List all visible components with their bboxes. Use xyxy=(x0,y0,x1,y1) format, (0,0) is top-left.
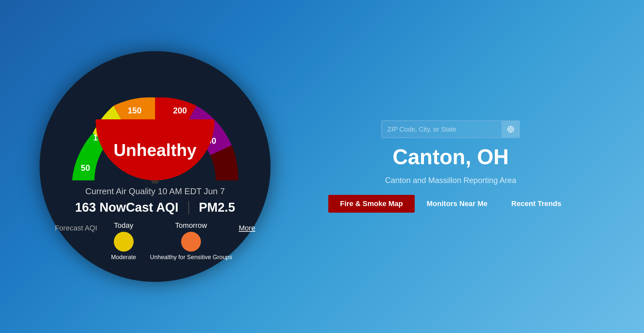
gauge-pollutant: PM2.5 xyxy=(199,200,235,215)
forecast-tomorrow-circle xyxy=(181,232,201,252)
gauge-section: 50 100 150 200 300 Unhealthy Current Air… xyxy=(26,51,284,282)
gauge-current-label: Current Air Quality 10 AM EDT Jun 7 xyxy=(55,186,255,197)
city-title: Canton, OH xyxy=(393,145,509,169)
gauge-aqi-value: 163 NowCast AQI xyxy=(75,200,178,215)
gauge-divider xyxy=(188,201,189,214)
location-button[interactable] xyxy=(501,120,519,138)
search-input[interactable] xyxy=(382,126,501,133)
info-section: Canton, OH Canton and Massillon Reportin… xyxy=(284,120,618,213)
forecast-today-circle xyxy=(114,232,134,252)
forecast-today: Today Moderate xyxy=(104,221,144,261)
location-icon xyxy=(507,125,515,133)
forecast-tomorrow-status: Unhealthy for Sensitive Groups xyxy=(150,254,232,261)
tab-recent-trends[interactable]: Recent Trends xyxy=(499,195,573,213)
gauge-svg-wrapper: 50 100 150 200 300 Unhealthy xyxy=(59,85,251,184)
city-subtitle: Canton and Massillon Reporting Area xyxy=(385,176,516,185)
gauge-circle: 50 100 150 200 300 Unhealthy Current Air… xyxy=(40,51,271,282)
more-link[interactable]: More xyxy=(239,221,255,232)
svg-text:200: 200 xyxy=(173,106,187,115)
forecast-today-status: Moderate xyxy=(111,254,136,261)
forecast-today-label: Today xyxy=(114,221,133,230)
svg-text:150: 150 xyxy=(128,106,142,115)
svg-text:50: 50 xyxy=(81,164,90,173)
search-bar xyxy=(381,120,520,138)
forecast-label: Forecast AQI xyxy=(55,221,97,232)
gauge-info: Current Air Quality 10 AM EDT Jun 7 163 … xyxy=(55,186,255,261)
gauge-aqi-row: 163 NowCast AQI PM2.5 xyxy=(55,200,255,215)
forecast-tomorrow: Tomorrow Unhealthy for Sensitive Groups xyxy=(150,221,232,261)
svg-point-9 xyxy=(509,128,512,131)
forecast-tomorrow-label: Tomorrow xyxy=(175,221,207,230)
tab-monitors-near-me[interactable]: Monitors Near Me xyxy=(415,195,499,213)
nav-tabs: Fire & Smoke Map Monitors Near Me Recent… xyxy=(328,195,573,213)
forecast-row: Forecast AQI Today Moderate Tomorrow Unh… xyxy=(55,221,255,261)
tab-fire-smoke-map[interactable]: Fire & Smoke Map xyxy=(328,195,415,213)
